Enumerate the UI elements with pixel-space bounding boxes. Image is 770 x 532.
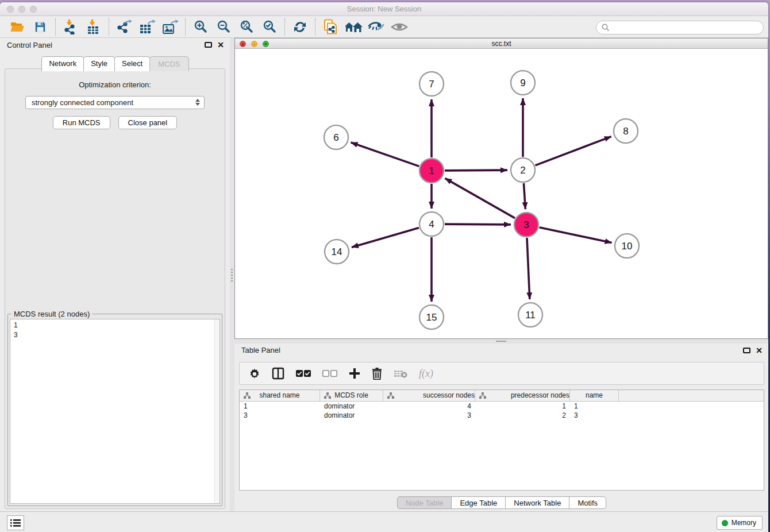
edge-2-8[interactable] — [536, 137, 611, 165]
first-neighbors-button[interactable] — [342, 18, 365, 36]
zoom-fit-button[interactable] — [235, 18, 258, 36]
network-graph[interactable]: 7968124314101511 — [235, 49, 768, 340]
column-header-successor-nodes[interactable]: successor nodes — [383, 390, 475, 401]
edge-3-11[interactable] — [527, 238, 530, 299]
table-cell[interactable]: dominator — [320, 402, 383, 411]
table-cell[interactable]: dominator — [320, 411, 383, 420]
create-column-button[interactable] — [349, 365, 360, 381]
graph-node-14[interactable]: 14 — [325, 240, 349, 264]
graph-node-3[interactable]: 3 — [514, 213, 538, 237]
memory-label: Memory — [732, 519, 756, 527]
toolbar-separator — [315, 18, 315, 36]
net-close-icon[interactable]: x — [240, 41, 246, 47]
select-all-columns-button[interactable] — [296, 365, 311, 381]
zoom-selected-button[interactable] — [258, 18, 281, 36]
table-row[interactable]: 3dominator323 — [240, 411, 764, 420]
deselect-all-columns-button[interactable] — [322, 365, 337, 381]
tab-select[interactable]: Select — [114, 56, 150, 71]
close-window-icon[interactable] — [7, 6, 14, 13]
export-network-button[interactable] — [113, 18, 136, 36]
tab-node-table[interactable]: Node Table — [397, 496, 452, 509]
graph-node-1[interactable]: 1 — [419, 159, 444, 183]
task-history-button[interactable] — [7, 515, 24, 530]
graph-node-6[interactable]: 6 — [324, 125, 348, 149]
close-panel-icon[interactable]: ✕ — [217, 41, 224, 49]
export-table-button[interactable] — [136, 18, 159, 36]
import-network-button[interactable] — [59, 18, 82, 36]
float-panel-icon[interactable] — [205, 42, 212, 48]
close-panel-button[interactable]: Close panel — [118, 116, 178, 129]
graph-node-9[interactable]: 9 — [511, 71, 535, 95]
vertical-splitter[interactable] — [230, 38, 234, 511]
run-mcds-button[interactable]: Run MCDS — [53, 116, 110, 129]
tab-network-table[interactable]: Network Table — [505, 496, 569, 509]
maximize-window-icon[interactable] — [30, 6, 37, 13]
table-settings-button[interactable] — [249, 365, 260, 381]
graph-node-15[interactable]: 15 — [419, 305, 444, 329]
open-file-button[interactable] — [6, 18, 29, 36]
graph-node-4[interactable]: 4 — [419, 212, 444, 236]
table-cell[interactable]: 1 — [475, 402, 570, 411]
graph-node-7[interactable]: 7 — [419, 72, 444, 96]
graph-node-2[interactable]: 2 — [511, 158, 535, 182]
search-input[interactable] — [596, 21, 764, 34]
minimize-window-icon[interactable] — [18, 6, 25, 13]
save-session-button[interactable] — [29, 18, 52, 36]
table-cell[interactable]: 1 — [240, 402, 320, 411]
edge-3-1[interactable] — [445, 178, 515, 218]
graph-node-11[interactable]: 11 — [518, 303, 542, 327]
graph-node-10[interactable]: 10 — [615, 234, 639, 258]
zoom-out-button[interactable] — [212, 18, 235, 36]
tab-style[interactable]: Style — [83, 56, 115, 71]
tab-mcds[interactable]: MCDS — [149, 56, 188, 71]
edge-3-10[interactable] — [540, 228, 612, 243]
edge-4-14[interactable] — [352, 228, 419, 247]
edge-1-2[interactable] — [445, 170, 507, 171]
table-cell[interactable]: 3 — [240, 411, 320, 420]
zoom-in-button[interactable] — [189, 18, 212, 36]
clone-network-button[interactable] — [319, 18, 342, 36]
table-cell[interactable]: 2 — [475, 411, 570, 420]
delete-table-button[interactable] — [394, 365, 407, 381]
table-cell[interactable]: 3 — [383, 411, 475, 420]
result-scrollbar[interactable] — [214, 319, 220, 503]
apply-layout-button[interactable] — [288, 18, 311, 36]
delete-column-button[interactable] — [372, 365, 382, 381]
horizontal-splitter[interactable] — [234, 339, 768, 344]
plus-icon — [349, 368, 360, 379]
edge-2-3[interactable] — [523, 183, 525, 209]
hide-selected-button[interactable] — [365, 18, 388, 36]
table-cell[interactable]: 3 — [570, 411, 619, 420]
tab-network[interactable]: Network — [41, 56, 84, 71]
tab-edge-table[interactable]: Edge Table — [451, 496, 506, 509]
column-header-MCDS-role[interactable]: MCDS role — [320, 390, 383, 401]
network-canvas[interactable]: 7968124314101511 — [235, 49, 768, 338]
tab-motifs[interactable]: Motifs — [569, 496, 606, 509]
close-table-panel-icon[interactable]: ✕ — [756, 346, 763, 354]
export-image-button[interactable] — [159, 18, 182, 36]
toggle-column-view-button[interactable] — [272, 365, 284, 381]
svg-text:11: 11 — [525, 310, 536, 321]
svg-text:1: 1 — [429, 165, 434, 176]
column-type-icon — [244, 392, 251, 399]
column-header-shared-name[interactable]: shared name — [240, 390, 320, 401]
net-maximize-icon[interactable]: + — [263, 41, 269, 47]
table-cell[interactable]: 4 — [383, 402, 475, 411]
function-builder-button[interactable]: f(x) — [419, 365, 433, 381]
column-header-name[interactable]: name — [570, 390, 619, 401]
edge-4-3[interactable] — [445, 224, 511, 225]
traffic-lights[interactable] — [7, 6, 37, 13]
column-header-predecessor-nodes[interactable]: predecessor nodes — [475, 390, 570, 401]
show-all-button[interactable] — [388, 18, 411, 36]
node-table[interactable]: shared nameMCDS rolesuccessor nodesprede… — [239, 390, 764, 491]
import-table-button[interactable] — [82, 18, 105, 36]
net-minimize-icon[interactable]: - — [251, 41, 257, 47]
graph-node-8[interactable]: 8 — [614, 119, 638, 143]
mcds-result-text[interactable]: 1 3 — [10, 319, 220, 504]
table-cell[interactable]: 1 — [570, 402, 619, 411]
optimization-select[interactable]: strongly connected component — [25, 96, 205, 109]
edge-1-6[interactable] — [351, 142, 419, 167]
table-row[interactable]: 1dominator411 — [240, 402, 764, 411]
memory-button[interactable]: Memory — [717, 516, 763, 530]
float-table-panel-icon[interactable] — [743, 348, 750, 353]
